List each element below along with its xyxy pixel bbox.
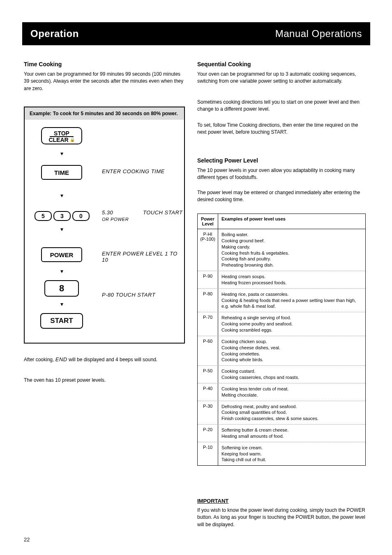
table-row: P-90Heating cream soups. Heating frozen … — [198, 271, 365, 288]
table-row: P-70Reheating a single serving of food. … — [198, 312, 365, 336]
display-enter-time: ENTER COOKING TIME — [102, 168, 165, 174]
cell-level: P-60 — [198, 336, 218, 365]
power-button[interactable]: POWER — [41, 247, 82, 262]
example-body: STOP CLEAR 🔒 ▾ TIME ENTER COOKING TIME ▾… — [25, 120, 184, 338]
page-number: 22 — [24, 536, 30, 543]
after-p1c: will be displayed and 4 beeps will sound… — [67, 357, 157, 362]
cell-level: P-20 — [198, 425, 218, 442]
sequential-body-c: To set, follow Time Cooking directions, … — [197, 122, 366, 136]
display-530: 5.30 — [102, 209, 113, 216]
display-p80: P-80 TOUCH START — [102, 292, 155, 298]
digit-3-label: 3 — [60, 213, 64, 219]
cell-use: Heating cream soups. Heating frozen proc… — [218, 271, 365, 288]
header-right: Manual Operations — [275, 28, 362, 39]
lock-icon: 🔒 — [70, 138, 75, 142]
table-row: P-40Cooking less tender cuts of meat. Me… — [198, 383, 365, 401]
arrow-down-icon: ▾ — [58, 226, 66, 232]
cell-use: Cooking custard. Cooking casseroles, cho… — [218, 366, 365, 383]
selecting-title: Selecting Power Level — [197, 157, 258, 164]
clear-label: CLEAR — [48, 137, 68, 143]
time-button[interactable]: TIME — [41, 165, 82, 180]
sequential-body-a: Your oven can be programmed for up to 3 … — [197, 71, 366, 85]
stop-label: STOP — [50, 130, 74, 137]
digit-5-label: 5 — [42, 213, 45, 219]
example-box: Example: To cook for 5 minutes and 30 se… — [24, 107, 185, 344]
table-row: P-HI (P-100)Boiling water. Cooking groun… — [198, 229, 365, 271]
warning-title: IMPORTANT — [197, 498, 228, 504]
cell-level: P-HI (P-100) — [198, 229, 218, 271]
header-left: Operation — [30, 28, 79, 39]
digit-0-button[interactable]: 0 — [72, 211, 90, 221]
arrow-down-icon: ▾ — [58, 268, 66, 274]
cell-level: P-40 — [198, 383, 218, 401]
power-label: POWER — [50, 251, 74, 258]
cell-use: Softening ice cream. Keeping food warm. … — [218, 442, 365, 466]
arrow-down-icon: ▾ — [58, 150, 66, 157]
selecting-body-a: The 10 power levels in your oven allow y… — [197, 167, 366, 181]
after-p1a: After cooking, — [24, 357, 55, 362]
stop-clear-button[interactable]: STOP CLEAR 🔒 — [41, 127, 82, 144]
cell-use: Heating rice, pasta or casseroles. Cooki… — [218, 289, 365, 312]
power-table: Power Level Examples of power level uses… — [197, 214, 366, 466]
table-row: P-80Heating rice, pasta or casseroles. C… — [198, 288, 365, 312]
cell-level: P-90 — [198, 271, 218, 288]
table-row: P-30Defrosting meat, poultry and seafood… — [198, 401, 365, 425]
display-or-power: OR POWER — [102, 217, 129, 222]
section-title: Time Cooking — [24, 61, 62, 67]
cell-use: Boiling water. Cooking ground beef. Maki… — [218, 229, 365, 271]
arrow-down-icon: ▾ — [58, 301, 66, 307]
th-level: Power Level — [198, 214, 218, 229]
digit-3-button[interactable]: 3 — [53, 211, 71, 221]
display-touch-start: TOUCH START — [143, 209, 183, 216]
digit-0-label: 0 — [79, 213, 83, 219]
time-label: TIME — [54, 169, 69, 176]
cell-use: Cooking less tender cuts of meat. Meltin… — [218, 383, 365, 401]
end-display: END — [55, 356, 67, 362]
digit-5-button[interactable]: 5 — [35, 211, 52, 221]
cell-level: P-50 — [198, 366, 218, 383]
after-cooking-text: After cooking, END will be displayed and… — [24, 356, 185, 364]
cell-use: Softening butter & cream cheese. Heating… — [218, 425, 365, 442]
sequential-body-b: Sometimes cooking directions tell you to… — [197, 99, 366, 113]
sequential-title: Sequential Cooking — [197, 61, 251, 67]
example-header: Example: To cook for 5 minutes and 30 se… — [25, 107, 184, 120]
preset-levels-text: The oven has 10 preset power levels. — [24, 377, 185, 384]
table-header: Power Level Examples of power level uses — [198, 214, 365, 229]
cell-level: P-30 — [198, 401, 218, 425]
display-enter-power: ENTER POWER LEVEL 1 TO 10 — [102, 251, 184, 263]
table-row: P-20Softening butter & cream cheese. Hea… — [198, 424, 365, 442]
selecting-body-b: The power level may be entered or change… — [197, 189, 366, 204]
cell-level: P-80 — [198, 289, 218, 312]
header-bar: Operation Manual Operations — [22, 22, 370, 45]
warning-body: If you wish to know the power level duri… — [197, 507, 366, 528]
section-intro: Your oven can be programmed for 99 minut… — [24, 71, 185, 92]
cell-use: Defrosting meat, poultry and seafood. Co… — [218, 401, 365, 425]
th-use: Examples of power level uses — [218, 214, 365, 229]
arrow-down-icon: ▾ — [58, 192, 66, 199]
cell-use: Cooking chicken soup. Cooking cheese dis… — [218, 336, 365, 365]
table-row: P-10Softening ice cream. Keeping food wa… — [198, 442, 365, 466]
table-row: P-60Cooking chicken soup. Cooking cheese… — [198, 336, 365, 365]
cell-use: Reheating a single serving of food. Cook… — [218, 312, 365, 336]
cell-level: P-70 — [198, 312, 218, 336]
digit-8-button[interactable]: 8 — [44, 280, 79, 297]
cell-level: P-10 — [198, 442, 218, 466]
table-row: P-50Cooking custard. Cooking casseroles,… — [198, 365, 365, 383]
start-label: START — [50, 317, 73, 325]
digit-8-label: 8 — [59, 283, 64, 294]
start-button[interactable]: START — [40, 313, 83, 329]
